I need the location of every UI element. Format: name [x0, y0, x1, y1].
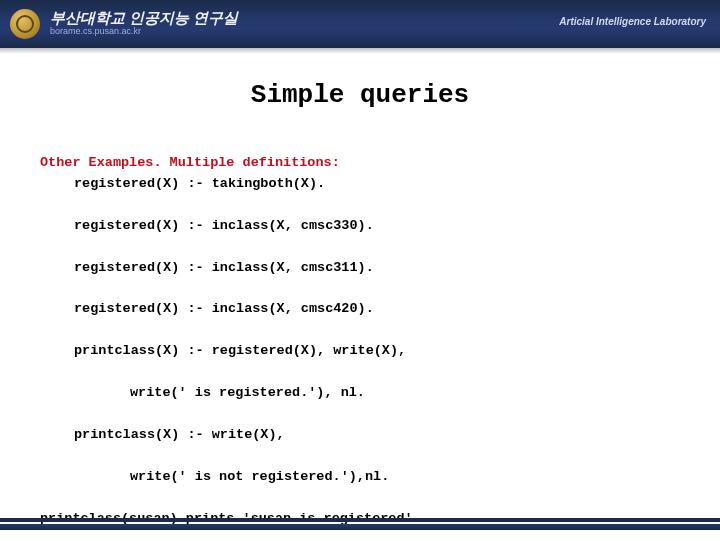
logo-icon [10, 9, 40, 39]
slide-title: Simple queries [0, 80, 720, 110]
code-line: printclass(X) :- registered(X), write(X)… [40, 341, 680, 362]
slide-content: Other Examples. Multiple definitions: re… [40, 132, 680, 540]
section-heading-1: Other Examples. Multiple definitions: [40, 155, 340, 170]
footer-line-2 [0, 524, 720, 530]
header-text-block: 부산대학교 인공지능 연구실 borame.cs.pusan.ac.kr [50, 10, 238, 38]
code-line: registered(X) :- inclass(X, cmsc420). [40, 299, 680, 320]
code-line: registered(X) :- takingboth(X). [40, 174, 680, 195]
header-subtitle: borame.cs.pusan.ac.kr [50, 26, 238, 38]
footer-bar [0, 518, 720, 530]
code-line: printclass(X) :- write(X), [40, 425, 680, 446]
code-line-cont: write(' is not registered.'),nl. [40, 467, 680, 488]
code-line: registered(X) :- inclass(X, cmsc311). [40, 258, 680, 279]
header-bar: 부산대학교 인공지능 연구실 borame.cs.pusan.ac.kr Art… [0, 0, 720, 48]
logo-inner-icon [16, 15, 34, 33]
header-title: 부산대학교 인공지능 연구실 [50, 10, 238, 25]
header-shadow [0, 48, 720, 54]
footer-line-1 [0, 518, 720, 522]
code-line-cont: write(' is registered.'), nl. [40, 383, 680, 404]
code-line: registered(X) :- inclass(X, cmsc330). [40, 216, 680, 237]
header-right-label: Articial Intelligence Laboratory [559, 16, 706, 27]
